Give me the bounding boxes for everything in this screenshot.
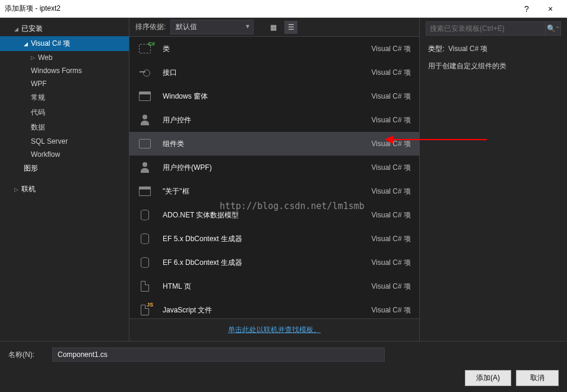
online-search-link[interactable]: 单击此处以联机并查找模板。 <box>129 318 419 341</box>
sidebar-item-label: Web <box>38 53 52 62</box>
expand-arrow-icon: ▷ <box>14 186 20 192</box>
type-info: 类型: Visual C# 项 <box>420 42 567 56</box>
sidebar-item-web[interactable]: ▷ Web <box>0 51 129 64</box>
user-control-icon <box>140 162 150 173</box>
template-icon-wrap <box>135 135 154 152</box>
cancel-button[interactable]: 取消 <box>516 370 559 386</box>
sidebar-item-label: Visual C# 项 <box>31 39 70 49</box>
template-icon-wrap: C# <box>135 40 154 57</box>
search-input[interactable] <box>426 21 546 36</box>
sidebar-item-visual-csharp[interactable]: ◢ Visual C# 项 <box>0 36 129 51</box>
template-name: 用户控件 <box>163 115 372 125</box>
window-icon <box>139 91 151 101</box>
template-toolbar: 排序依据: 默认值 ▦ ☰ <box>129 18 419 37</box>
expand-arrow-icon: ▷ <box>31 55 37 61</box>
main-area: ◢ 已安装 ◢ Visual C# 项 ▷ Web Windows Forms … <box>0 18 567 341</box>
template-icon-wrap <box>135 112 154 128</box>
template-icon-wrap <box>135 64 154 81</box>
type-label: 类型: <box>428 45 444 53</box>
js-document-icon: JS <box>141 305 149 315</box>
sidebar-item-label: Windows Forms <box>31 67 82 75</box>
template-row[interactable]: 用户控件Visual C# 项 <box>129 108 419 132</box>
sidebar-item-workflow[interactable]: Workflow <box>0 148 129 161</box>
template-name: 接口 <box>163 68 372 78</box>
template-name: JavaScript 文件 <box>163 305 372 315</box>
filename-input[interactable] <box>52 347 385 362</box>
template-type: Visual C# 项 <box>372 305 411 315</box>
sidebar-item-sql[interactable]: SQL Server <box>0 135 129 148</box>
sidebar-item-label: 代码 <box>31 108 45 118</box>
template-type: Visual C# 项 <box>372 186 411 197</box>
sort-dropdown[interactable]: 默认值 <box>170 20 254 34</box>
sidebar-item-data[interactable]: 数据 <box>0 120 129 135</box>
sidebar-item-code[interactable]: 代码 <box>0 105 129 120</box>
template-name: EF 5.x DbContext 生成器 <box>163 234 372 244</box>
template-type: Visual C# 项 <box>372 139 411 149</box>
sidebar-installed[interactable]: ◢ 已安装 <box>0 21 129 36</box>
template-row[interactable]: 接口Visual C# 项 <box>129 61 419 84</box>
grid-icon: ▦ <box>270 23 277 31</box>
template-row[interactable]: "关于"框Visual C# 项 <box>129 179 419 203</box>
template-type: Visual C# 项 <box>372 44 411 54</box>
component-icon <box>139 139 151 148</box>
sidebar-installed-label: 已安装 <box>21 24 43 34</box>
template-icon-wrap <box>135 278 154 295</box>
template-icon-wrap <box>135 159 154 176</box>
window-title: 添加新项 - iptext2 <box>5 4 515 14</box>
template-row[interactable]: 用户控件(WPF)Visual C# 项 <box>129 156 419 179</box>
template-type: Visual C# 项 <box>372 282 411 292</box>
template-row[interactable]: 组件类Visual C# 项 <box>129 132 419 156</box>
sidebar-item-label: 常规 <box>31 93 45 103</box>
sort-label: 排序依据: <box>135 22 166 32</box>
sidebar-item-label: 图形 <box>24 163 38 173</box>
sidebar-item-winforms[interactable]: Windows Forms <box>0 64 129 77</box>
template-row[interactable]: EF 6.x DbContext 生成器Visual C# 项 <box>129 251 419 274</box>
titlebar: 添加新项 - iptext2 ? × <box>0 0 567 18</box>
type-value: Visual C# 项 <box>448 45 487 53</box>
template-type: Visual C# 项 <box>372 91 411 102</box>
template-icon-wrap <box>135 207 154 223</box>
template-name: 用户控件(WPF) <box>163 163 372 173</box>
sidebar-online-label: 联机 <box>21 184 36 194</box>
template-panel: 排序依据: 默认值 ▦ ☰ C#类Visual C# 项接口Visual C# … <box>129 18 420 341</box>
template-list[interactable]: C#类Visual C# 项接口Visual C# 项Windows 窗体Vis… <box>129 37 419 318</box>
sidebar-item-general[interactable]: 常规 <box>0 90 129 105</box>
template-icon-wrap <box>135 183 154 200</box>
template-row[interactable]: ADO.NET 实体数据模型Visual C# 项 <box>129 203 419 227</box>
template-icon-wrap <box>135 230 154 247</box>
template-name: "关于"框 <box>163 186 372 197</box>
help-button[interactable]: ? <box>515 4 539 14</box>
about-box-icon <box>139 186 151 196</box>
database-icon <box>141 233 149 244</box>
sidebar-item-wpf[interactable]: WPF <box>0 77 129 90</box>
template-row[interactable]: HTML 页Visual C# 项 <box>129 274 419 298</box>
interface-icon <box>140 68 150 77</box>
template-name: Windows 窗体 <box>163 91 372 102</box>
template-row[interactable]: JSJavaScript 文件Visual C# 项 <box>129 298 419 318</box>
expand-arrow-icon: ◢ <box>14 26 20 32</box>
database-icon <box>141 210 149 220</box>
sidebar-item-label: SQL Server <box>31 137 68 146</box>
template-type: Visual C# 项 <box>372 258 411 268</box>
template-row[interactable]: Windows 窗体Visual C# 项 <box>129 84 419 108</box>
add-button[interactable]: 添加(A) <box>465 370 511 386</box>
bottom-panel: 名称(N): 添加(A) 取消 <box>0 341 567 392</box>
view-list-button[interactable]: ☰ <box>284 21 297 34</box>
search-button[interactable]: 🔍⁻ <box>546 21 561 36</box>
template-row[interactable]: C#类Visual C# 项 <box>129 37 419 61</box>
view-icons-button[interactable]: ▦ <box>267 21 280 34</box>
category-sidebar: ◢ 已安装 ◢ Visual C# 项 ▷ Web Windows Forms … <box>0 18 129 341</box>
list-icon: ☰ <box>288 23 294 31</box>
close-button[interactable]: × <box>539 4 562 14</box>
document-icon <box>141 281 149 292</box>
template-row[interactable]: EF 5.x DbContext 生成器Visual C# 项 <box>129 227 419 251</box>
sidebar-item-label: WPF <box>31 80 47 88</box>
template-name: 组件类 <box>163 139 372 149</box>
template-icon-wrap <box>135 88 154 105</box>
filename-label: 名称(N): <box>8 350 34 360</box>
sort-value: 默认值 <box>176 23 197 31</box>
template-icon-wrap: JS <box>135 302 154 318</box>
sidebar-item-graphics[interactable]: 图形 <box>0 161 129 176</box>
sidebar-online[interactable]: ▷ 联机 <box>0 182 129 197</box>
template-type: Visual C# 项 <box>372 210 411 220</box>
